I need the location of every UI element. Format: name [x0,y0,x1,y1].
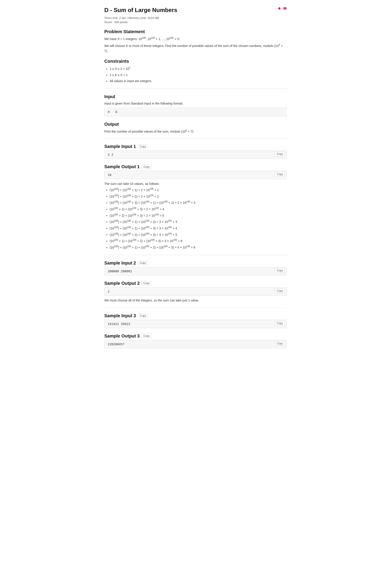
time-memory-limit: Time Limit: 2 sec / Memory Limit: 1024 M… [104,16,287,20]
english-lang-flag: 🇬🇧 [283,7,287,10]
sample-input-1-block: 3 2 Copy [104,150,287,159]
sample-output-3-heading: Sample Output 3 [104,333,140,339]
input-heading: Input [104,94,287,99]
sample-output-3-copy-button[interactable]: Copy [275,341,285,346]
sample-input-3-heading: Sample Input 3 [104,313,136,318]
input-format-block: N K [104,108,287,116]
sample-2-explanation: We must choose all of the integers, so t… [104,298,287,303]
sample-input-1-copy-button[interactable]: Copy [275,152,285,156]
explanation-item: (10100) + (10100 + 1) + (10100 + 2) = 3 … [110,218,287,225]
constraint-item: 1 ≤ N ≤ 2 × 105 [110,66,287,72]
sample-1-explanation: The sum can take 10 values, as follows: … [104,181,287,250]
sample-output-2-heading: Sample Output 2 [104,281,140,286]
explanation-item: (10100) + (10100 + 2) + (10100 + 3) = 3 … [110,231,287,238]
explanation-list-1: (10100) + (10100 + 1) = 2 × 10100 + 1 (1… [104,187,287,251]
explanation-item: (10100) + (10100 + 3) = (10100 + 1) + (1… [110,199,287,206]
sample-input-1-value: 3 2 [104,150,287,159]
problem-text-1: We have N + 1 integers: 10100, 10100 + 1… [104,36,287,42]
sample-output-2-value: 1 [104,287,287,296]
lang-separator: / [281,7,282,10]
sample-output-3-value: 220280457 [104,340,287,348]
sample-input-3-value: 141421 35623 [104,320,287,328]
divider [104,89,287,89]
sample-input-3-title-copy-button[interactable]: Copy [138,313,148,318]
sample-input-2-value: 200000 200001 [104,267,287,276]
sample-output-1-value: 10 [104,171,287,179]
input-description: Input is given from Standard Input in th… [104,101,287,106]
explanation-item: (10100) + (10100 + 2) = 2 × 10100 + 2 [110,193,287,199]
explanation-item: (10100 + 2) + (10100 + 3) = 2 × 10100 + … [110,212,287,219]
explanation-item: (10100) + (10100 + 1) + (10100 + 2) + (1… [110,244,287,251]
constraints-list: 1 ≤ N ≤ 2 × 105 1 ≤ K ≤ N + 1 All values… [104,66,287,84]
sample-output-3-title-copy-button[interactable]: Copy [141,334,152,338]
score: Score : 400 points [104,20,287,24]
sample-output-2-copy-button[interactable]: Copy [275,289,285,293]
output-description: Print the number of possible values of t… [104,129,287,134]
sample-input-1-title-copy-button[interactable]: Copy [138,144,148,149]
page-title: D - Sum of Large Numbers [104,7,177,13]
explanation-intro-2: We must choose all of the integers, so t… [104,298,287,303]
divider-2 [104,138,287,139]
divider-4 [104,308,287,308]
sample-input-3-block: 141421 35623 Copy [104,320,287,328]
constraints-heading: Constraints [104,59,287,64]
sample-output-1-copy-button[interactable]: Copy [275,172,285,176]
problem-text-2: We will choose K or more of these intege… [104,43,287,53]
japanese-lang-dot [278,7,281,9]
sample-output-1-title-copy-button[interactable]: Copy [141,165,152,169]
sample-input-2-title-copy-button[interactable]: Copy [138,261,148,265]
sample-input-1-title-row: Sample Input 1 Copy [104,144,287,149]
sample-output-1-block: 10 Copy [104,171,287,179]
sample-input-1-heading: Sample Input 1 [104,144,136,149]
sample-output-3-title-row: Sample Output 3 Copy [104,333,287,339]
sample-input-2-title-row: Sample Input 2 Copy [104,261,287,266]
explanation-item: (10100 + 1) + (10100 + 3) = 2 × 10100 + … [110,206,287,212]
language-selector[interactable]: / 🇬🇧 [278,7,287,10]
constraint-item: 1 ≤ K ≤ N + 1 [110,72,287,78]
sample-input-2-heading: Sample Input 2 [104,261,136,266]
explanation-item: (10100 + 1) + (10100 + 2) + (10100 + 3) … [110,238,287,244]
sample-output-2-title-copy-button[interactable]: Copy [141,281,152,286]
sample-output-2-block: 1 Copy [104,287,287,296]
explanation-intro-1: The sum can take 10 values, as follows: [104,181,287,187]
sample-input-2-block: 200000 200001 Copy [104,267,287,276]
sample-input-2-copy-button[interactable]: Copy [275,268,285,273]
problem-statement-heading: Problem Statement [104,29,287,34]
sample-input-3-copy-button[interactable]: Copy [275,321,285,325]
explanation-item: (10100) + (10100 + 1) + (10100 + 3) = 3 … [110,225,287,231]
sample-input-3-title-row: Sample Input 3 Copy [104,313,287,318]
sample-output-3-block: 220280457 Copy [104,340,287,348]
divider-3 [104,255,287,255]
output-heading: Output [104,122,287,127]
explanation-item: (10100) + (10100 + 1) = 2 × 10100 + 1 [110,187,287,193]
sample-output-1-heading: Sample Output 1 [104,164,140,169]
constraint-item: All values in input are integers. [110,78,287,84]
sample-output-1-title-row: Sample Output 1 Copy [104,164,287,169]
sample-output-2-title-row: Sample Output 2 Copy [104,281,287,286]
